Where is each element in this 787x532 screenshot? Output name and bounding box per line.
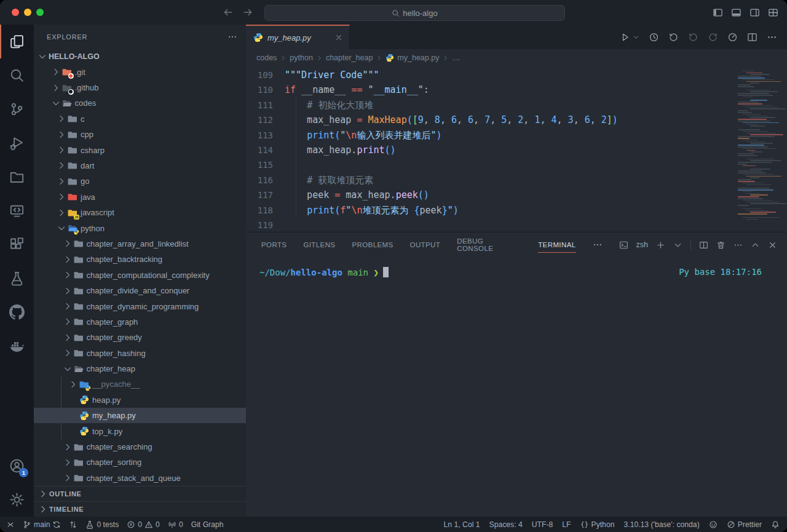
kill-terminal-icon[interactable] [716, 240, 726, 250]
tree-item-chapter_graph[interactable]: chapter_graph [34, 314, 246, 330]
sidebar-section-timeline[interactable]: TIMELINE [34, 501, 246, 517]
tree-item-chapter_array_and_linkedlist[interactable]: chapter_array_and_linkedlist [34, 236, 246, 252]
tree-item-chapter_greedy[interactable]: chapter_greedy [34, 330, 246, 345]
line-number[interactable]: 115 [246, 157, 273, 172]
line-number[interactable]: 113 [246, 128, 273, 143]
tree-item-chapter_sorting[interactable]: chapter_sorting [34, 455, 246, 470]
panel-tab-problems[interactable]: PROBLEMS [352, 232, 393, 257]
activity-source-control[interactable] [0, 92, 34, 126]
tree-item-chapter_dynamic_programming[interactable]: chapter_dynamic_programming [34, 298, 246, 314]
status-copilot[interactable] [709, 520, 718, 529]
panel-tab-output[interactable]: OUTPUT [410, 232, 441, 257]
panel-more-actions-icon[interactable] [734, 240, 743, 250]
status-language-mode[interactable]: {}Python [580, 520, 615, 529]
activity-run-and-debug[interactable] [0, 126, 34, 160]
split-terminal-icon[interactable] [699, 240, 708, 250]
status-remote-indicator[interactable] [6, 520, 15, 529]
toggle-primary-sidebar-icon[interactable] [713, 7, 723, 18]
breadcrumb-item[interactable]: python [290, 54, 313, 62]
activity-testing[interactable] [0, 261, 34, 295]
code-line[interactable]: 109"""Driver Code""" [246, 68, 787, 82]
tree-item-chapter_divide_and_conquer[interactable]: chapter_divide_and_conquer [34, 283, 246, 298]
status-cursor-position[interactable]: Ln 1, Col 1 [444, 520, 480, 529]
tree-item-cpp[interactable]: cpp [34, 127, 246, 142]
status-prettier[interactable]: Prettier [727, 520, 762, 529]
code-line[interactable]: 113 print("\n输入列表并建堆后") [246, 128, 787, 143]
shell-indicator-icon[interactable] [619, 240, 628, 250]
panel-tab-gitlens[interactable]: GITLENS [303, 232, 335, 257]
new-terminal-icon[interactable] [656, 240, 665, 250]
tree-item-dart[interactable]: dart [34, 158, 246, 173]
split-editor-icon[interactable] [747, 32, 757, 42]
tree-item-chapter_heap[interactable]: chapter_heap [34, 361, 246, 376]
activity-remote-explorer[interactable] [0, 194, 34, 228]
tree-item-java[interactable]: java [34, 189, 246, 205]
activity-explorer[interactable] [0, 25, 34, 58]
terminal-profile-dropdown-icon[interactable] [673, 240, 682, 250]
tree-item-codes[interactable]: codes [34, 95, 246, 111]
tree-item-.github[interactable]: .github [34, 80, 246, 95]
sidebar-section-outline[interactable]: OUTLINE [34, 486, 246, 501]
navigate-back-icon[interactable] [223, 7, 234, 18]
line-number[interactable]: 117 [246, 188, 273, 202]
panel-tab-debug-console[interactable]: DEBUG CONSOLE [457, 232, 521, 257]
activity-search[interactable] [0, 58, 34, 92]
run-dropdown-icon[interactable] [633, 34, 639, 41]
breadcrumb-item[interactable]: … [452, 54, 460, 62]
toggle-secondary-sidebar-icon[interactable] [749, 7, 760, 18]
tree-item-python[interactable]: python [34, 220, 246, 236]
code-line[interactable]: 115 [246, 157, 787, 172]
line-number[interactable]: 110 [246, 82, 273, 97]
minimize-button[interactable] [24, 9, 31, 16]
close-button[interactable] [12, 9, 19, 16]
tree-item-chapter_hashing[interactable]: chapter_hashing [34, 345, 246, 360]
panel-tabs-overflow-icon[interactable] [593, 240, 603, 250]
activity-project-manager[interactable] [0, 160, 34, 194]
tree-item-csharp[interactable]: csharp [34, 142, 246, 157]
customize-layout-icon[interactable] [768, 7, 778, 18]
tree-item-heap.py[interactable]: heap.py [34, 392, 246, 408]
line-number[interactable]: 119 [246, 218, 273, 232]
tree-item-go[interactable]: go [34, 173, 246, 189]
line-number[interactable]: 112 [246, 113, 273, 127]
code-line[interactable]: 118 print(f"\n堆顶元素为 {peek}") [246, 203, 787, 218]
status-git-branch[interactable]: main [23, 520, 61, 529]
navigate-forward-icon[interactable] [242, 7, 253, 18]
tree-item-my_heap.py[interactable]: my_heap.py [34, 408, 246, 423]
navigate-back-icon[interactable] [688, 32, 698, 42]
activity-docker[interactable] [0, 329, 34, 363]
local-history-icon[interactable] [649, 32, 659, 42]
tree-item-chapter_backtracking[interactable]: chapter_backtracking [34, 252, 246, 267]
tree-item-HELLO-ALGO[interactable]: HELLO-ALGO [34, 49, 246, 64]
close-icon[interactable] [334, 33, 343, 42]
close-panel-icon[interactable] [768, 240, 777, 250]
code-line[interactable]: 112 max_heap = MaxHeap([9, 8, 6, 6, 7, 5… [246, 113, 787, 127]
tree-item-top_k.py[interactable]: top_k.py [34, 423, 246, 439]
undo-run-icon[interactable] [668, 32, 679, 42]
maximize-panel-icon[interactable] [751, 240, 760, 250]
status-problems[interactable]: 00 [127, 520, 160, 529]
line-number[interactable]: 109 [246, 68, 273, 82]
tree-item-chapter_stack_and_queue[interactable]: chapter_stack_and_queue [34, 470, 246, 486]
minimap[interactable] [735, 69, 783, 223]
line-number[interactable]: 114 [246, 143, 273, 157]
tree-item-javascript[interactable]: JSjavascript [34, 205, 246, 220]
code-line[interactable]: 116 # 获取堆顶元素 [246, 173, 787, 188]
tree-item-__pycache__[interactable]: __pycache__ [34, 376, 246, 392]
run-time-icon[interactable] [727, 32, 738, 42]
toggle-panel-icon[interactable] [731, 7, 742, 18]
navigate-forward-icon[interactable] [708, 32, 718, 42]
activity-github[interactable] [0, 295, 34, 329]
status-notifications[interactable] [771, 520, 780, 529]
tree-item-chapter_searching[interactable]: chapter_searching [34, 439, 246, 455]
breadcrumb-item[interactable]: chapter_heap [326, 54, 373, 62]
terminal[interactable]: ~/Dow/hello-algo main ❯ Py base 18:17:16 [246, 257, 787, 517]
code-line[interactable]: 117 peek = max_heap.peek() [246, 188, 787, 202]
shell-label[interactable]: zsh [636, 240, 648, 249]
code-editor[interactable]: 109"""Driver Code"""110if __name__ == "_… [246, 66, 787, 232]
breadcrumb-item[interactable]: my_heap.py [397, 54, 439, 62]
tree-item-c[interactable]: c [34, 111, 246, 127]
status-git-graph[interactable]: Git Graph [191, 520, 224, 529]
more-actions-icon[interactable] [227, 32, 237, 42]
status-gitlens-status[interactable] [69, 520, 77, 529]
